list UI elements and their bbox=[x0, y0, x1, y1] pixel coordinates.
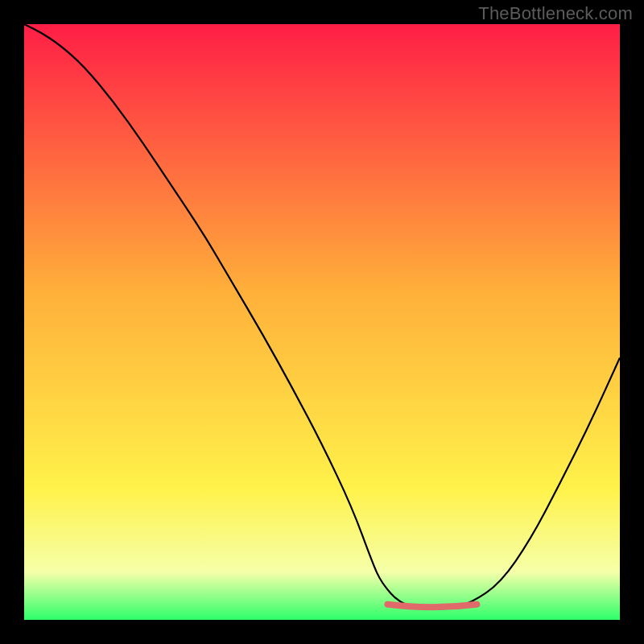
plot-area bbox=[24, 24, 620, 620]
chart-frame: TheBottleneck.com bbox=[0, 0, 644, 644]
gradient-background bbox=[24, 24, 620, 620]
optimal-band bbox=[387, 605, 477, 608]
watermark-text: TheBottleneck.com bbox=[478, 3, 633, 24]
chart-svg bbox=[24, 24, 620, 620]
